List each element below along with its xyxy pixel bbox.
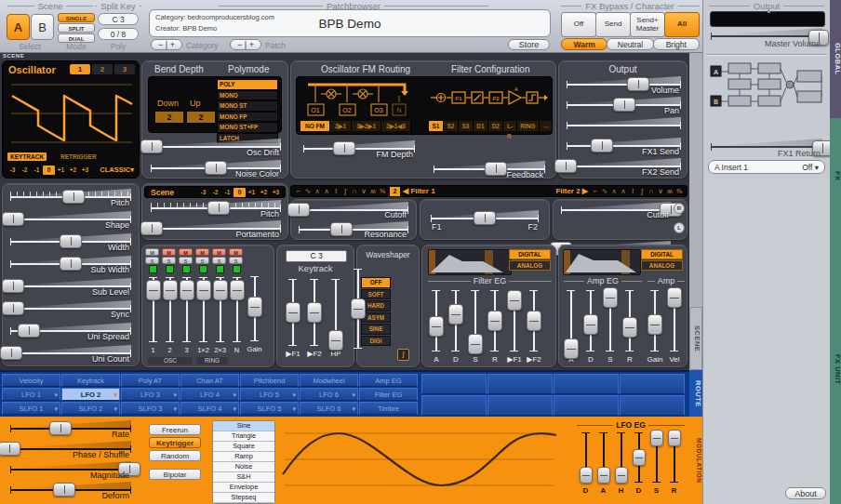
slfo-source-cell[interactable]: SLFO 5▾ bbox=[240, 402, 299, 415]
lfo-source-cell[interactable]: LFO 2▾ bbox=[61, 388, 120, 401]
octave-cell[interactable]: +3 bbox=[79, 166, 91, 175]
slider-handle[interactable] bbox=[2, 279, 24, 293]
slider-handle[interactable] bbox=[205, 161, 227, 175]
eg-slider[interactable]: S bbox=[602, 287, 619, 364]
filter-config-button[interactable]: RING bbox=[517, 121, 540, 131]
param-slider[interactable]: Sub Width bbox=[6, 255, 136, 277]
slider-handle[interactable] bbox=[2, 212, 24, 226]
mode-button[interactable]: SPLIT bbox=[58, 23, 95, 33]
fx-bypass-button[interactable]: Off bbox=[561, 12, 596, 37]
slider-handle[interactable] bbox=[650, 430, 663, 446]
slfo-source-cell[interactable]: SLFO 6▾ bbox=[300, 402, 358, 415]
edit-arrow-icon[interactable]: ▾ bbox=[113, 403, 117, 415]
oscillator-tab[interactable]: 3 bbox=[114, 64, 135, 74]
slider-handle[interactable] bbox=[468, 334, 483, 354]
fm-mode-button[interactable]: 2▶1 bbox=[330, 121, 352, 131]
fm-mode-button[interactable]: 3▶2▶1 bbox=[352, 121, 381, 131]
slider-handle[interactable] bbox=[474, 211, 496, 225]
slfo-source-cell[interactable]: SLFO 2▾ bbox=[61, 402, 120, 415]
slider-handle[interactable] bbox=[507, 290, 522, 311]
param-slider[interactable]: Width bbox=[6, 232, 136, 255]
filter-config-button[interactable]: S1 bbox=[429, 121, 444, 131]
eg-slider[interactable]: D bbox=[447, 287, 464, 364]
filter-type-icon[interactable]: ⌐ bbox=[294, 185, 303, 197]
right-channel-badge[interactable]: R bbox=[674, 203, 685, 214]
slider-handle[interactable] bbox=[615, 467, 628, 484]
bend-up-value[interactable]: 2 bbox=[187, 112, 215, 123]
slider-handle[interactable] bbox=[429, 316, 444, 337]
polymode-item[interactable]: MONO bbox=[217, 90, 278, 101]
slider-handle[interactable] bbox=[667, 287, 682, 308]
fx-bypass-button[interactable]: All bbox=[664, 12, 700, 37]
master-volume-slider[interactable]: Master Volume bbox=[706, 27, 827, 49]
slider-handle[interactable] bbox=[668, 430, 681, 446]
filter-type-icon[interactable]: ſ bbox=[331, 185, 340, 197]
macro-slot[interactable] bbox=[487, 374, 553, 394]
route-led[interactable] bbox=[199, 265, 207, 273]
edit-arrow-icon[interactable]: ▾ bbox=[292, 403, 296, 415]
lfo-shape-item[interactable]: Stepseq bbox=[213, 493, 274, 503]
slider-handle[interactable] bbox=[333, 141, 355, 155]
octave-cell[interactable]: -2 bbox=[209, 188, 221, 197]
mod-source-cell[interactable]: Velocity bbox=[2, 374, 60, 387]
macro-slot[interactable] bbox=[421, 395, 487, 416]
octave-cell[interactable]: +1 bbox=[246, 188, 258, 197]
param-slider[interactable]: Pitch bbox=[6, 188, 136, 210]
character-button[interactable]: Neutral bbox=[607, 38, 653, 50]
slider-handle[interactable] bbox=[18, 324, 40, 338]
octave-cell[interactable]: 0 bbox=[43, 166, 55, 175]
filter-type-icon[interactable]: ʃ bbox=[340, 185, 350, 197]
slider-handle[interactable] bbox=[286, 302, 300, 323]
filter-type-icon[interactable]: ∿ bbox=[303, 185, 313, 197]
slider-handle[interactable] bbox=[564, 338, 579, 359]
param-slider[interactable]: Uni Spread bbox=[6, 322, 136, 344]
left-channel-badge[interactable]: L bbox=[674, 222, 685, 233]
keytrack-slider[interactable]: ▶F2 bbox=[306, 276, 323, 358]
slider-handle[interactable] bbox=[448, 304, 463, 325]
filter-type-icon[interactable]: ⅝ bbox=[674, 185, 684, 197]
route-led[interactable] bbox=[166, 265, 174, 273]
eg-slider[interactable]: ▶F2 bbox=[526, 287, 542, 364]
slider-handle[interactable] bbox=[0, 442, 20, 456]
param-slider[interactable]: Uni Count bbox=[6, 344, 136, 366]
slfo-source-cell[interactable]: SLFO 3▾ bbox=[121, 402, 180, 415]
slfo-source-cell[interactable]: Timbre bbox=[359, 402, 418, 415]
filter-type-icon[interactable]: ∩ bbox=[350, 185, 359, 197]
slider-handle[interactable] bbox=[622, 317, 637, 338]
filter-type-icon[interactable]: ſ bbox=[628, 185, 637, 197]
mod-source-cell[interactable]: Poly AT bbox=[121, 374, 180, 387]
keytrack-root-note[interactable]: C 3 bbox=[286, 250, 347, 262]
mute-button[interactable]: M bbox=[229, 248, 243, 256]
filter-config-button[interactable]: L-R bbox=[503, 121, 516, 131]
octave-cell[interactable]: +2 bbox=[67, 166, 79, 175]
filter-type-icon[interactable]: ∿ bbox=[600, 185, 609, 197]
eg-slider[interactable]: ▶F1 bbox=[506, 287, 523, 364]
eg-slider[interactable]: A bbox=[563, 287, 580, 364]
slider-handle[interactable] bbox=[196, 280, 211, 300]
octave-cell[interactable]: +2 bbox=[258, 188, 270, 197]
slider-handle[interactable] bbox=[307, 302, 322, 323]
octave-cell[interactable]: -3 bbox=[7, 166, 19, 175]
slider-handle[interactable] bbox=[597, 467, 610, 484]
lfo-shape-item[interactable]: Envelope bbox=[213, 483, 274, 493]
param-slider[interactable]: Noise Color bbox=[146, 159, 286, 180]
lfo-eg-slider[interactable]: A bbox=[596, 430, 610, 495]
slider-handle[interactable] bbox=[647, 314, 662, 335]
solo-button[interactable]: S bbox=[162, 257, 176, 264]
fx-slot-type[interactable]: Off ▾ bbox=[802, 163, 819, 172]
scene-a-button[interactable]: A bbox=[7, 14, 30, 40]
edit-arrow-icon[interactable]: ▾ bbox=[173, 403, 177, 415]
octave-cell[interactable]: -2 bbox=[19, 166, 31, 175]
slider-handle[interactable] bbox=[633, 449, 646, 466]
split-key-value[interactable]: C 3 bbox=[98, 13, 139, 25]
slider-handle[interactable] bbox=[163, 280, 178, 300]
eg-mode-button[interactable]: DIGITAL bbox=[641, 249, 683, 259]
eg-slider[interactable]: R bbox=[487, 287, 503, 364]
gain-slider[interactable] bbox=[246, 273, 263, 344]
fm-mode-button[interactable]: NO FM bbox=[300, 121, 330, 131]
slider-handle[interactable] bbox=[140, 221, 163, 235]
lfo-source-cell[interactable]: LFO 3▾ bbox=[121, 388, 180, 401]
param-slider[interactable]: Deform bbox=[6, 481, 136, 501]
lfo-eg-slider[interactable]: D bbox=[579, 430, 593, 495]
param-slider[interactable]: Volume bbox=[562, 75, 686, 96]
